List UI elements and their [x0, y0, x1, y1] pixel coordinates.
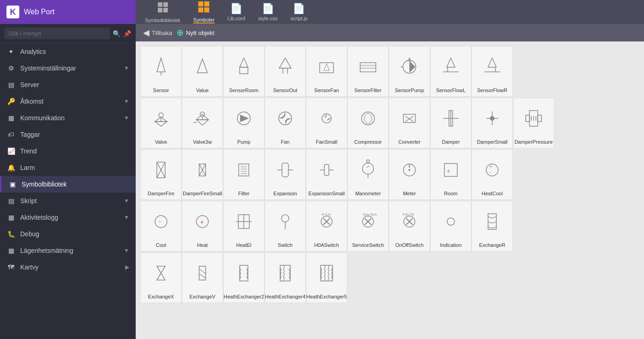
symbol-label: Value: [196, 88, 208, 94]
symbol-sensorflowl[interactable]: SensorFlowL: [430, 46, 472, 97]
symbol-valve[interactable]: Valve: [140, 98, 182, 148]
symbol-heathExchanger5[interactable]: HeathExchanger5: [306, 252, 347, 303]
sensorfilter-icon: [348, 47, 388, 88]
symbol-switch[interactable]: Switch: [264, 201, 306, 251]
svg-marker-38: [196, 120, 208, 125]
toolbar-scriptjs[interactable]: 📄 script.js: [290, 3, 307, 21]
symbol-exchangeX[interactable]: ExchangeX: [140, 252, 182, 303]
symbol-heatEl[interactable]: HeatEl: [223, 201, 264, 251]
symbol-sensorroom[interactable]: SensorRoom: [223, 46, 264, 97]
sidebar-item-analytics[interactable]: ✦ Analytics: [0, 43, 136, 60]
symbol-cool[interactable]: - Cool: [140, 201, 182, 251]
symbol-filter[interactable]: Filter: [223, 149, 264, 200]
chevron-right-icon: ▶: [125, 264, 129, 270]
svg-marker-46: [285, 118, 288, 125]
symbol-serviceswitch[interactable]: Serv Auto ServiceSwitch: [347, 201, 389, 251]
sidebar-item-debug[interactable]: 🐛 Debug: [0, 226, 136, 242]
symbol-label: DamperSmall: [477, 139, 508, 145]
symbol-sensorfan[interactable]: SensorFan: [306, 46, 347, 97]
symbol-damperfire[interactable]: DamperFire: [140, 149, 182, 200]
chevron-down-icon: ▼: [124, 115, 129, 121]
sidebar-item-kartvy[interactable]: 🗺 Kartvy ▶: [0, 259, 136, 275]
symbol-exchangeR[interactable]: ExchangeR: [472, 201, 513, 251]
kommunikation-icon: ▦: [6, 114, 16, 122]
symbol-fan[interactable]: Fan: [264, 98, 306, 148]
sidebar-item-aktivitetslogg[interactable]: ▦ Aktivitetslogg ▼: [0, 209, 136, 226]
symbol-heathExchanger4[interactable]: HeathExchanger4: [264, 252, 306, 303]
symbol-label: Valve: [155, 139, 167, 145]
symbol-label: Damper: [442, 139, 460, 145]
svg-point-97: [155, 216, 167, 228]
symbol-sensorout[interactable]: SensorOut: [264, 46, 306, 97]
symbol-label: H0ASwitch: [314, 242, 339, 248]
symbol-room[interactable]: + Room: [430, 149, 472, 200]
sidebar-item-label: Trend: [20, 147, 129, 155]
symbol-sensor[interactable]: Sensor: [140, 46, 182, 97]
symbol-label: Heat: [197, 242, 207, 248]
sidebar-item-taggar[interactable]: 🏷 Taggar: [0, 126, 136, 143]
symbol-meter[interactable]: Meter: [389, 149, 430, 200]
symbol-valve3w[interactable]: Valve3w: [182, 98, 223, 148]
symbol-dampersmall[interactable]: DamperSmall: [472, 98, 513, 148]
symbol-sensorFlowr[interactable]: SensorFlowR: [472, 46, 513, 97]
symbol-manometer[interactable]: Manometer: [347, 149, 389, 200]
symbol-onoffswitch[interactable]: Från Till OnOffSwitch: [389, 201, 430, 251]
symbol-value[interactable]: Value: [182, 46, 223, 97]
sidebar-item-skript[interactable]: ▤ Skript ▼: [0, 193, 136, 209]
symbol-expansion[interactable]: Expansion: [264, 149, 306, 200]
toolbar-libconf[interactable]: 📄 Lib.conf: [228, 3, 246, 21]
cool-icon: -: [141, 201, 181, 242]
symbol-expansionsmall[interactable]: ExpansionSmall: [306, 149, 347, 200]
back-button[interactable]: ◀ Tillbaka: [143, 28, 172, 38]
svg-text:Från Till: Från Till: [402, 213, 414, 216]
symbol-pump[interactable]: Pump: [223, 98, 264, 148]
symbol-converter[interactable]: Converter: [389, 98, 430, 148]
js-file-icon: 📄: [293, 3, 305, 15]
top-toolbar: Symbolbibliotek Symboler 📄 Lib.conf 📄 st…: [136, 0, 644, 24]
settings-icon: ⚙: [6, 64, 16, 72]
damperfire-icon: [141, 150, 181, 191]
svg-line-123: [199, 274, 206, 278]
svg-rect-2: [158, 8, 162, 12]
symbol-fansmall[interactable]: FanSmall: [306, 98, 347, 148]
svg-rect-64: [538, 115, 541, 122]
sidebar-item-lagenhetsmaning[interactable]: ▦ Lägenhetsmätning ▼: [0, 242, 136, 259]
toolbar-stylecss[interactable]: 📄 style.css: [258, 3, 277, 21]
symbol-label: HeathExchanger5: [306, 294, 347, 300]
toolbar-symbolbibliotek[interactable]: Symbolbibliotek: [145, 1, 180, 23]
symbol-label: SensorFan: [314, 88, 339, 94]
svg-text:+: +: [200, 218, 204, 226]
symbol-h0aswitch[interactable]: H 0 A H0ASwitch: [306, 201, 347, 251]
symbol-heat[interactable]: + Heat: [182, 201, 223, 251]
symbol-label: Meter: [403, 191, 416, 197]
sidebar-item-kommunikation[interactable]: ▦ Kommunikation ▼: [0, 110, 136, 126]
symbol-damper[interactable]: Damper: [430, 98, 472, 148]
svg-text:H 0 A: H 0 A: [322, 212, 331, 216]
toolbar-symboler[interactable]: Symboler: [193, 0, 214, 23]
symbol-indication[interactable]: Indication: [430, 201, 472, 251]
symbol-compressor[interactable]: Compressor: [347, 98, 389, 148]
log-icon: ▦: [6, 214, 16, 221]
sidebar-item-larm[interactable]: 🔔 Larm: [0, 159, 136, 176]
symbol-sensorfilter[interactable]: SensorFilter: [347, 46, 389, 97]
sidebar-item-systeminst[interactable]: ⚙ Systeminställningar ▼: [0, 60, 136, 76]
pin-icon[interactable]: 📌: [123, 30, 131, 37]
symbol-sensorpump[interactable]: SensorPump: [389, 46, 430, 97]
search-input[interactable]: [5, 28, 110, 39]
indication-icon: [431, 201, 471, 242]
symbol-damperpressure[interactable]: DamperPressure: [513, 98, 554, 148]
sidebar-item-trend[interactable]: 📈 Trend: [0, 143, 136, 159]
room-icon: +: [431, 150, 471, 191]
sidebar-item-symbolbibliotek[interactable]: ▣ Symbolbibliotek: [0, 176, 136, 193]
trend-icon: 📈: [6, 147, 16, 155]
symbol-heatcool[interactable]: +- HeatCool: [472, 149, 513, 200]
symbol-damperFireSmall[interactable]: DamperFireSmall: [182, 149, 223, 200]
new-object-button[interactable]: ⊕ Nytt objekt: [177, 28, 214, 38]
symbol-heathExchanger2[interactable]: HeathExchanger2: [223, 252, 264, 303]
onoffswitch-icon: Från Till: [389, 201, 430, 242]
sidebar-item-server[interactable]: ▤ Server: [0, 76, 136, 93]
chevron-down-icon: ▼: [124, 198, 129, 204]
sidebar-item-atkomst[interactable]: 🔑 Åtkomst ▼: [0, 93, 136, 110]
search-icon[interactable]: 🔍: [113, 30, 121, 37]
symbol-exchangeV[interactable]: ExchangeV: [182, 252, 223, 303]
